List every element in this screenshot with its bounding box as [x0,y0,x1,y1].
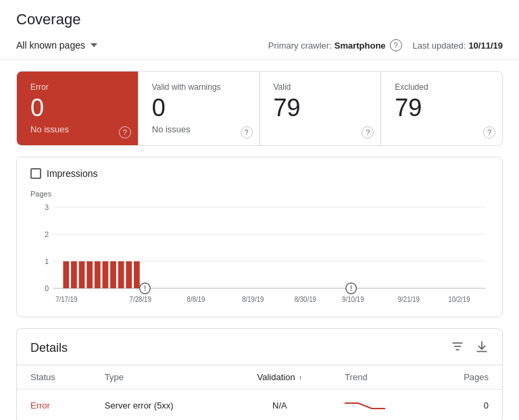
col-validation[interactable]: Validation ↑ [228,365,332,390]
details-title: Details [30,341,68,355]
details-table: Status Type Validation ↑ Trend Pages Err… [17,365,502,420]
help-icon[interactable]: ? [119,126,131,138]
table-row[interactable]: Error Server error (5xx) N/A 0 [17,389,502,420]
svg-rect-9 [63,261,69,288]
row-validation: N/A [228,389,332,420]
svg-rect-14 [103,261,109,288]
row-pages: 0 [428,389,502,420]
card-error-label: Error [30,82,124,92]
svg-text:8/8/19: 8/8/19 [187,295,205,303]
card-valid[interactable]: Valid 79 ? [260,72,382,145]
row-trend [331,389,428,420]
table-body: Error Server error (5xx) N/A 0 [17,389,502,420]
help-icon[interactable]: ? [362,126,374,138]
page-title: Coverage [0,0,519,34]
svg-rect-13 [95,261,101,288]
card-excluded[interactable]: Excluded 79 ? [381,72,502,145]
card-valid-value: 79 [274,95,368,122]
svg-text:1: 1 [45,257,49,265]
filter-icon[interactable] [451,340,464,357]
chart-area: Pages 3 2 1 0 [30,190,489,309]
card-valid-warnings-sub: No issues [152,124,246,134]
chart-container: 3 2 1 0 ! [30,201,489,309]
card-valid-label: Valid [274,82,368,92]
chart-y-label: Pages [30,190,489,198]
toolbar-right: Primary crawler: Smartphone ? Last updat… [268,39,503,51]
download-icon[interactable] [475,340,489,357]
last-updated-value: 10/11/19 [468,41,503,51]
svg-text:2: 2 [45,230,49,238]
svg-text:!: ! [144,284,146,292]
svg-text:0: 0 [45,284,49,292]
svg-text:10/2/19: 10/2/19 [448,295,470,303]
svg-text:7/17/19: 7/17/19 [55,295,77,303]
row-status: Error [17,389,91,420]
card-error-value: 0 [30,95,124,122]
details-actions [451,340,489,357]
col-trend[interactable]: Trend [331,365,428,390]
filter-dropdown[interactable]: All known pages [16,40,97,51]
card-excluded-value: 79 [395,95,489,122]
svg-rect-11 [79,261,85,288]
impressions-label: Impressions [47,168,97,179]
svg-rect-15 [110,261,116,288]
card-valid-warnings-label: Valid with warnings [152,82,246,92]
col-status[interactable]: Status [17,365,91,390]
svg-text:8/30/19: 8/30/19 [295,295,316,303]
impressions-row: Impressions [30,168,489,179]
chevron-down-icon [91,43,97,47]
primary-crawler-value: Smartphone [335,41,386,51]
svg-rect-18 [134,261,140,288]
svg-rect-16 [118,261,124,288]
card-valid-warnings-value: 0 [152,95,246,122]
chart-section: Impressions Pages 3 2 1 0 [16,157,503,317]
card-error[interactable]: Error 0 No issues ? [17,72,139,145]
details-header: Details [17,329,502,365]
row-type: Server error (5xx) [91,389,228,420]
col-type[interactable]: Type [91,365,228,390]
svg-text:9/10/19: 9/10/19 [342,295,364,303]
status-error-label: Error [30,400,50,411]
svg-rect-12 [86,261,93,288]
table-header: Status Type Validation ↑ Trend Pages [17,365,502,390]
help-icon[interactable]: ? [241,126,253,138]
sort-up-icon: ↑ [299,374,302,382]
help-icon[interactable]: ? [483,126,495,138]
svg-text:7/28/19: 7/28/19 [130,295,151,303]
card-error-sub: No issues [30,124,124,134]
card-excluded-label: Excluded [395,82,489,92]
svg-rect-10 [71,261,77,288]
svg-text:8/19/19: 8/19/19 [242,295,264,303]
svg-text:3: 3 [45,203,49,211]
toolbar: All known pages Primary crawler: Smartph… [0,34,519,60]
filter-label: All known pages [16,40,85,51]
chart-svg: 3 2 1 0 ! [30,201,489,309]
summary-cards: Error 0 No issues ? Valid with warnings … [16,71,503,146]
details-section: Details Status Type [16,328,503,420]
last-updated-label: Last updated: [413,41,466,51]
svg-text:!: ! [350,284,352,292]
primary-crawler-label: Primary crawler: [268,41,332,51]
col-pages[interactable]: Pages [428,365,502,390]
svg-text:9/21/19: 9/21/19 [398,295,420,303]
card-valid-warnings[interactable]: Valid with warnings 0 No issues ? [139,72,260,145]
help-icon[interactable]: ? [390,39,402,51]
svg-rect-17 [126,261,132,288]
impressions-checkbox[interactable] [30,168,41,179]
